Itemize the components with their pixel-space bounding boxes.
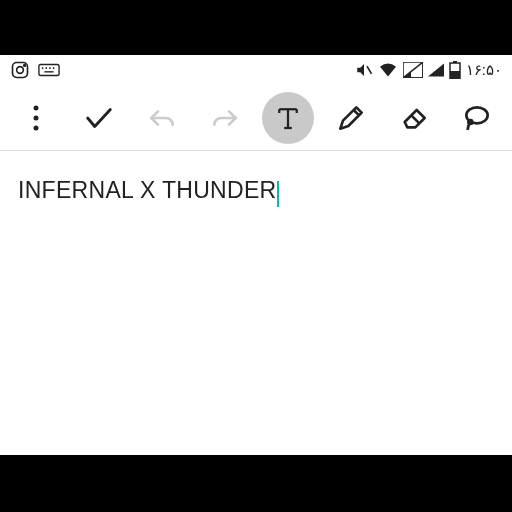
lasso-tool-button[interactable] [451, 92, 503, 144]
clock-time: ۱۶:۵۰ [466, 61, 502, 79]
text-tool-button[interactable] [262, 92, 314, 144]
svg-point-1 [17, 67, 24, 74]
svg-rect-13 [450, 71, 460, 79]
svg-point-16 [33, 125, 38, 130]
status-right: ۱۶:۵۰ [355, 61, 502, 79]
instagram-icon [10, 60, 30, 80]
toolbar [0, 85, 512, 151]
undo-button[interactable] [136, 92, 188, 144]
confirm-button[interactable] [73, 92, 125, 144]
mute-icon [355, 61, 373, 79]
svg-point-2 [24, 65, 26, 67]
pen-tool-button[interactable] [325, 92, 377, 144]
status-left [10, 60, 60, 80]
note-text[interactable]: INFERNAL X THUNDER [18, 177, 276, 203]
status-bar: ۱۶:۵۰ [0, 55, 512, 85]
svg-point-15 [33, 115, 38, 120]
wifi-icon [378, 62, 398, 78]
svg-rect-3 [39, 65, 59, 76]
text-cursor [277, 181, 279, 207]
svg-line-23 [411, 115, 419, 123]
signal-icon-2 [428, 62, 444, 78]
svg-point-14 [33, 105, 38, 110]
keyboard-icon [38, 63, 60, 77]
battery-icon [449, 61, 461, 79]
note-content-area[interactable]: INFERNAL X THUNDER [0, 151, 512, 233]
signal-icon-1 [403, 62, 423, 78]
more-menu-button[interactable] [10, 92, 62, 144]
app-screen: ۱۶:۵۰ [0, 55, 512, 455]
redo-button[interactable] [199, 92, 251, 144]
eraser-tool-button[interactable] [388, 92, 440, 144]
svg-line-9 [367, 66, 372, 74]
svg-point-25 [468, 120, 472, 124]
